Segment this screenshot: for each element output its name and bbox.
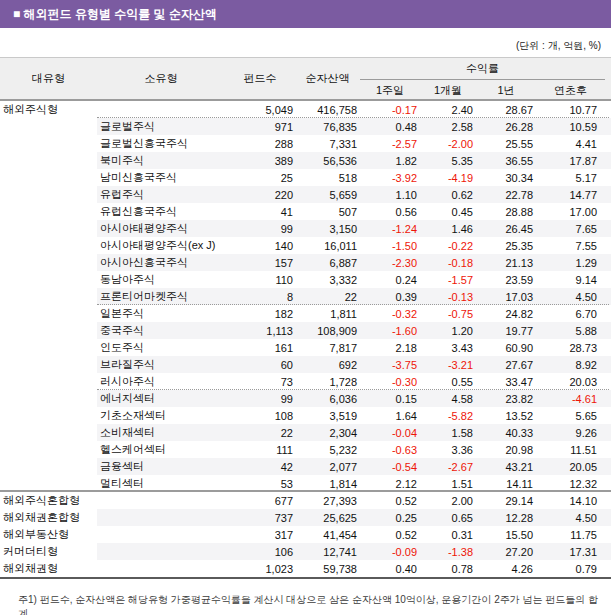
- cell-return-1week: 2.18: [360, 342, 420, 354]
- cell-net-assets: 27,393: [295, 495, 360, 507]
- cell-fund-count: 60: [225, 359, 295, 371]
- table-row: 헬스케어섹터 111 5,232 -0.63 3.36 20.98 11.51: [0, 441, 611, 458]
- cell-net-assets: 7,817: [295, 342, 360, 354]
- cell-return-1month: -0.13: [420, 291, 476, 303]
- cell-return-1year: 28.88: [476, 206, 536, 218]
- cell-return-1month: -3.21: [420, 359, 476, 371]
- page-title: ■ 해외펀드 유형별 수익률 및 순자산액: [13, 7, 217, 21]
- cell-small-type: 아시아태평양주식: [97, 221, 225, 236]
- column-header-fund-count: 펀드수: [225, 58, 295, 99]
- table-row: 소비재섹터 22 2,304 -0.04 1.58 40.33 9.26: [0, 424, 611, 441]
- cell-return-ytd: 10.59: [536, 121, 605, 133]
- footnote: 주1) 펀드수, 순자산액은 해당유형 가중평균수익률을 계산시 대상으로 삼은…: [18, 593, 603, 615]
- table-header: 대유형 소유형 펀드수 순자산액 수익률 1주일 1개월 1년 연초후: [0, 57, 611, 101]
- cell-fund-count: 182: [225, 308, 295, 320]
- cell-return-1week: -2.30: [360, 257, 420, 269]
- cell-return-1week: 0.48: [360, 121, 420, 133]
- cell-return-1month: -0.18: [420, 257, 476, 269]
- cell-return-1month: 0.45: [420, 206, 476, 218]
- report-title-bar: ■ 해외펀드 유형별 수익률 및 순자산액: [0, 0, 611, 28]
- cell-return-ytd: 12.32: [536, 478, 605, 490]
- cell-small-type: 글로벌신흥국주식: [97, 136, 225, 151]
- cell-return-ytd: 4.50: [536, 512, 605, 524]
- cell-return-1week: 0.56: [360, 206, 420, 218]
- cell-fund-count: 8: [225, 291, 295, 303]
- cell-fund-count: 99: [225, 223, 295, 235]
- cell-small-type: 남미신흥국주식: [97, 170, 225, 185]
- cell-small-type: 헬스케어섹터: [97, 442, 225, 457]
- cell-return-ytd: 4.41: [536, 138, 605, 150]
- cell-return-1year: 25.55: [476, 138, 536, 150]
- returns-header-group: 수익률 1주일 1개월 1년 연초후: [360, 58, 611, 99]
- cell-return-1month: 0.62: [420, 189, 476, 201]
- table-row: 커머더티형 106 12,741 -0.09 -1.38 27.20 17.31: [0, 543, 611, 560]
- cell-return-ytd: 6.70: [536, 308, 605, 320]
- cell-fund-count: 111: [225, 444, 295, 456]
- cell-net-assets: 59,738: [295, 563, 360, 575]
- cell-net-assets: 1,811: [295, 308, 360, 320]
- cell-small-type: 에너지섹터: [97, 391, 225, 406]
- cell-return-ytd: 20.03: [536, 376, 605, 388]
- cell-small-type: 아시아신흥국주식: [97, 255, 225, 270]
- cell-net-assets: 56,536: [295, 155, 360, 167]
- cell-return-1month: 2.40: [420, 104, 476, 116]
- cell-small-type: 러시아주식: [97, 374, 225, 389]
- column-header-ytd: 연초후: [536, 80, 605, 99]
- cell-return-1month: 3.43: [420, 342, 476, 354]
- cell-return-1month: -4.19: [420, 172, 476, 184]
- cell-small-type: 소비재섹터: [97, 425, 225, 440]
- cell-return-1week: -0.09: [360, 546, 420, 558]
- cell-fund-count: 317: [225, 529, 295, 541]
- table-row: 일본주식 182 1,811 -0.32 -0.75 24.82 6.70: [0, 305, 611, 322]
- cell-fund-count: 971: [225, 121, 295, 133]
- cell-return-1month: 1.58: [420, 427, 476, 439]
- cell-return-1week: 0.52: [360, 529, 420, 541]
- cell-net-assets: 7,331: [295, 138, 360, 150]
- column-header-net-assets: 순자산액: [295, 58, 360, 99]
- cell-return-ytd: 5.17: [536, 172, 605, 184]
- cell-fund-count: 1,113: [225, 325, 295, 337]
- cell-return-1week: -0.04: [360, 427, 420, 439]
- cell-return-1year: 13.52: [476, 410, 536, 422]
- cell-fund-count: 161: [225, 342, 295, 354]
- cell-fund-count: 42: [225, 461, 295, 473]
- cell-return-1year: 27.20: [476, 546, 536, 558]
- cell-return-ytd: 20.05: [536, 461, 605, 473]
- cell-net-assets: 22: [295, 291, 360, 303]
- cell-return-ytd: 9.26: [536, 427, 605, 439]
- cell-net-assets: 6,887: [295, 257, 360, 269]
- cell-return-1year: 21.13: [476, 257, 536, 269]
- cell-small-type: 일본주식: [97, 306, 225, 321]
- cell-return-1year: 60.90: [476, 342, 536, 354]
- cell-large-type: 해외채권혼합형: [0, 510, 97, 525]
- cell-net-assets: 1,814: [295, 478, 360, 490]
- table-row: 아시아태평양주식 99 3,150 -1.24 1.46 26.45 7.65: [0, 220, 611, 237]
- cell-return-1year: 33.47: [476, 376, 536, 388]
- unit-note: (단위 : 개, 억원, %): [516, 39, 601, 53]
- table-row: 유럽신흥국주식 41 507 0.56 0.45 28.88 17.00: [0, 203, 611, 220]
- cell-return-ytd: 7.55: [536, 240, 605, 252]
- cell-return-1month: 4.58: [420, 393, 476, 405]
- cell-return-1year: 24.82: [476, 308, 536, 320]
- cell-net-assets: 518: [295, 172, 360, 184]
- cell-return-1week: 0.25: [360, 512, 420, 524]
- table-row: 해외채권혼합형 737 25,625 0.25 0.65 12.28 4.50: [0, 509, 611, 526]
- table-row: 유럽주식 220 5,659 1.10 0.62 22.78 14.77: [0, 186, 611, 203]
- cell-return-1week: 1.10: [360, 189, 420, 201]
- cell-return-ytd: 5.65: [536, 410, 605, 422]
- table-row: 동남아주식 110 3,332 0.24 -1.57 23.59 9.14: [0, 271, 611, 288]
- cell-net-assets: 16,011: [295, 240, 360, 252]
- cell-fund-count: 41: [225, 206, 295, 218]
- cell-return-1week: -0.54: [360, 461, 420, 473]
- cell-net-assets: 2,304: [295, 427, 360, 439]
- cell-return-ytd: -4.61: [536, 393, 605, 405]
- cell-return-1year: 43.21: [476, 461, 536, 473]
- cell-net-assets: 108,909: [295, 325, 360, 337]
- cell-return-1week: 2.12: [360, 478, 420, 490]
- cell-return-ytd: 28.73: [536, 342, 605, 354]
- cell-return-ytd: 10.77: [536, 104, 605, 116]
- cell-return-ytd: 8.92: [536, 359, 605, 371]
- cell-return-1month: -0.75: [420, 308, 476, 320]
- cell-large-type: 해외채권형: [0, 561, 97, 576]
- cell-return-1week: -2.57: [360, 138, 420, 150]
